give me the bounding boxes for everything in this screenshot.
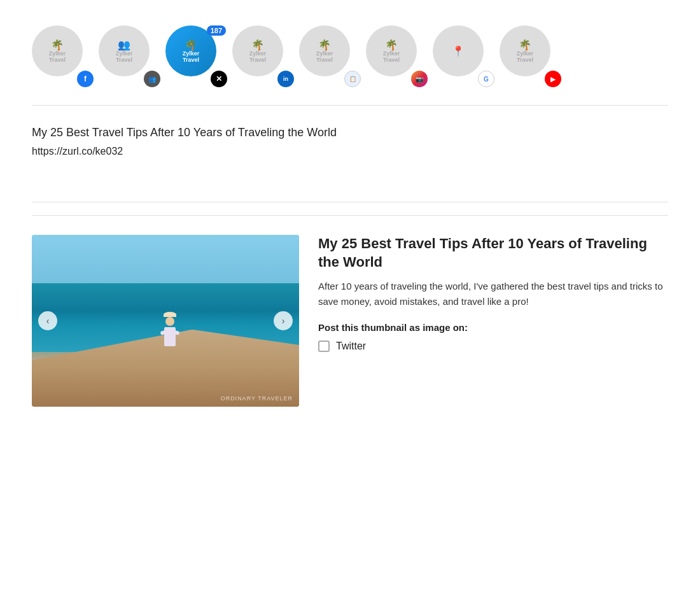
social-icon-twitter[interactable]: 187 🌴 ZylkerTravel ✕	[165, 25, 226, 86]
image-preview: ‹ › ORDINARY TRAVELER	[32, 235, 299, 407]
article-description: After 10 years of traveling the world, I…	[318, 279, 668, 309]
post-content-area: My 25 Best Travel Tips After 10 Years of…	[32, 118, 668, 189]
article-title: My 25 Best Travel Tips After 10 Years of…	[318, 235, 668, 271]
social-icon-gsuite[interactable]: 🌴 ZylkerTravel 📋	[299, 25, 360, 86]
figure-silhouette	[160, 314, 179, 359]
twitter-checkbox[interactable]	[318, 341, 330, 352]
social-icon-youtube[interactable]: 🌴 ZylkerTravel ▶	[500, 25, 560, 86]
bottom-section: ‹ › ORDINARY TRAVELER My 25 Best Travel …	[32, 215, 668, 407]
twitter-platform-badge: ✕	[211, 71, 227, 87]
group-badge-icon: 👥	[144, 71, 160, 87]
social-icon-linkedin[interactable]: 🌴 ZylkerTravel in	[232, 25, 293, 86]
figure-hat	[164, 312, 176, 317]
social-icon-facebook[interactable]: 🌴 ZylkerTravel f	[32, 25, 92, 86]
instagram-badge-icon: 📷	[411, 71, 428, 87]
post-url: https://zurl.co/ke032	[32, 146, 668, 157]
figure-arms	[160, 330, 179, 334]
preview-scene: ‹ › ORDINARY TRAVELER	[32, 235, 299, 407]
main-container: 🌴 ZylkerTravel f 👥 ZylkerTravel 👥 187	[0, 0, 700, 432]
bottom-divider	[32, 202, 668, 202]
facebook-badge-icon: f	[77, 71, 94, 87]
linkedin-badge-icon: in	[277, 71, 294, 87]
next-image-button[interactable]: ›	[274, 311, 293, 330]
social-icon-googlemaps[interactable]: 📍 G	[433, 25, 493, 86]
post-title: My 25 Best Travel Tips After 10 Years of…	[32, 125, 668, 141]
image-watermark: ORDINARY TRAVELER	[221, 395, 293, 402]
social-icon-group[interactable]: 👥 ZylkerTravel 👥	[99, 25, 159, 86]
top-divider	[32, 105, 668, 106]
prev-image-button[interactable]: ‹	[38, 311, 57, 330]
post-meta: My 25 Best Travel Tips After 10 Years of…	[318, 235, 668, 352]
figure-head	[165, 317, 174, 326]
social-icons-row: 🌴 ZylkerTravel f 👥 ZylkerTravel 👥 187	[32, 25, 668, 86]
social-icon-instagram[interactable]: 🌴 ZylkerTravel 📷	[366, 25, 426, 86]
twitter-checkbox-label: Twitter	[336, 341, 366, 352]
google-badge-icon: G	[478, 71, 494, 87]
twitter-badge: 187	[207, 25, 226, 36]
thumbnail-label: Post this thumbnail as image on:	[318, 322, 668, 333]
twitter-checkbox-row: Twitter	[318, 341, 668, 352]
youtube-badge-icon: ▶	[545, 71, 561, 87]
gsuite-badge-icon: 📋	[344, 71, 361, 87]
